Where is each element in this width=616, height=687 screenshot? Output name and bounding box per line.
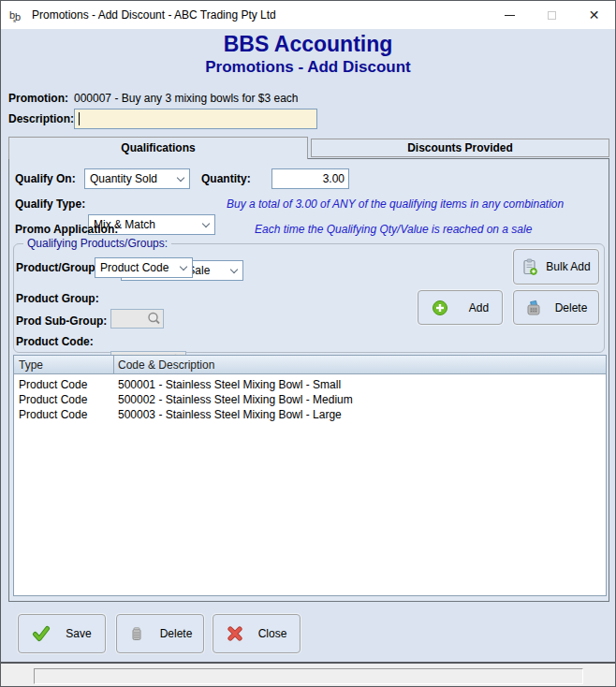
qualify-on-label: Qualify On: <box>15 172 76 185</box>
promo-application-hint: Each time the Qualifying Qty/Value is re… <box>255 223 532 236</box>
add-label: Add <box>469 301 489 314</box>
row-code-description: 500003 - Stainless Steel Mixing Bowl - L… <box>118 407 342 422</box>
search-icon[interactable] <box>146 311 162 327</box>
clipboard-plus-icon <box>521 258 538 275</box>
delete-row-label: Delete <box>555 301 588 314</box>
product-group-select-label: Product/Group: <box>16 261 99 274</box>
bulk-add-button[interactable]: Bulk Add <box>513 249 599 285</box>
trash-icon <box>128 625 145 642</box>
row-type: Product Code <box>19 377 87 392</box>
bulk-add-label: Bulk Add <box>546 260 590 273</box>
delete-button[interactable]: Delete <box>116 614 204 653</box>
prod-sub-group-label: Prod Sub-Group: <box>16 314 107 328</box>
save-button[interactable]: Save <box>18 614 106 653</box>
column-header-type[interactable]: Type <box>14 356 48 374</box>
qualifications-panel: Qualify On: Quantity Sold Quantity: Qual… <box>8 158 609 602</box>
close-button-footer[interactable]: Close <box>213 614 301 653</box>
close-button[interactable]: ✕ <box>573 1 615 29</box>
description-label: Description: <box>8 112 74 125</box>
close-label: Close <box>258 627 287 640</box>
status-message-panel <box>34 668 583 684</box>
tab-discounts-provided[interactable]: Discounts Provided <box>311 139 609 157</box>
svg-text:s: s <box>13 18 16 23</box>
row-code-description: 500001 - Stainless Steel Mixing Bowl - S… <box>118 377 341 392</box>
qualify-on-value: Quantity Sold <box>90 172 157 185</box>
promo-application-label: Promo Application: <box>15 223 118 236</box>
promotion-value: 000007 - Buy any 3 mixing bowls for $3 e… <box>74 92 298 105</box>
chevron-down-icon <box>177 174 184 182</box>
qualifying-items-table[interactable]: Type Code & Description Product Code 500… <box>13 355 607 596</box>
promotion-label: Promotion: <box>8 92 68 105</box>
quantity-label: Quantity: <box>201 172 251 185</box>
product-code-label: Product Code: <box>16 335 94 348</box>
qualifying-products-groupbox: Qualifying Products/Groups: Product/Grou… <box>13 243 605 353</box>
minimize-icon <box>505 15 515 16</box>
row-code-description: 500002 - Stainless Steel Mixing Bowl - M… <box>118 392 353 407</box>
product-group-field <box>110 309 164 329</box>
table-row[interactable]: Product Code 500001 - Stainless Steel Mi… <box>14 377 606 392</box>
titlebar: b b s Promotions - Add Discount - ABC Tr… <box>1 1 615 29</box>
add-button[interactable]: Add <box>418 290 503 325</box>
save-label: Save <box>66 627 91 640</box>
delete-label: Delete <box>160 627 193 640</box>
qualify-type-hint: Buy a total of 3.00 of ANY of the qualif… <box>227 197 564 211</box>
row-type: Product Code <box>19 392 87 407</box>
close-icon: ✕ <box>589 7 600 22</box>
maximize-button[interactable] <box>531 1 573 29</box>
plus-circle-icon <box>432 300 448 316</box>
quantity-input[interactable] <box>271 168 349 189</box>
check-icon <box>32 624 51 643</box>
description-input[interactable] <box>74 109 317 129</box>
table-header: Type Code & Description <box>14 356 606 374</box>
text-caret <box>79 112 80 125</box>
tab-qualifications[interactable]: Qualifications <box>8 137 308 159</box>
shredder-icon <box>525 300 542 316</box>
app-icon: b b s <box>8 7 24 23</box>
product-group-type-select[interactable]: Product Code <box>95 257 193 278</box>
table-row[interactable]: Product Code 500003 - Stainless Steel Mi… <box>14 407 606 422</box>
chevron-down-icon <box>180 263 187 270</box>
red-x-icon <box>227 625 243 642</box>
product-group-type-value: Product Code <box>100 261 169 274</box>
minimize-button[interactable] <box>489 1 531 29</box>
row-type: Product Code <box>19 407 87 422</box>
groupbox-legend: Qualifying Products/Groups: <box>23 237 171 250</box>
qualify-type-label: Qualify Type: <box>15 197 85 211</box>
product-group-label: Product Group: <box>16 292 99 305</box>
app-title: BBS Accounting <box>1 32 615 57</box>
table-row[interactable]: Product Code 500002 - Stainless Steel Mi… <box>14 392 606 407</box>
qualify-on-select[interactable]: Quantity Sold <box>84 168 190 189</box>
column-header-code-description[interactable]: Code & Description <box>113 356 219 374</box>
column-divider[interactable] <box>113 356 114 374</box>
delete-row-button[interactable]: Delete <box>513 290 599 325</box>
window-title: Promotions - Add Discount - ABC Trading … <box>32 8 276 22</box>
page-title: Promotions - Add Discount <box>1 58 615 77</box>
status-bar <box>1 662 615 687</box>
maximize-icon <box>548 11 556 20</box>
promotions-add-discount-window: b b s Promotions - Add Discount - ABC Tr… <box>0 0 616 687</box>
chevron-down-icon <box>202 220 210 227</box>
